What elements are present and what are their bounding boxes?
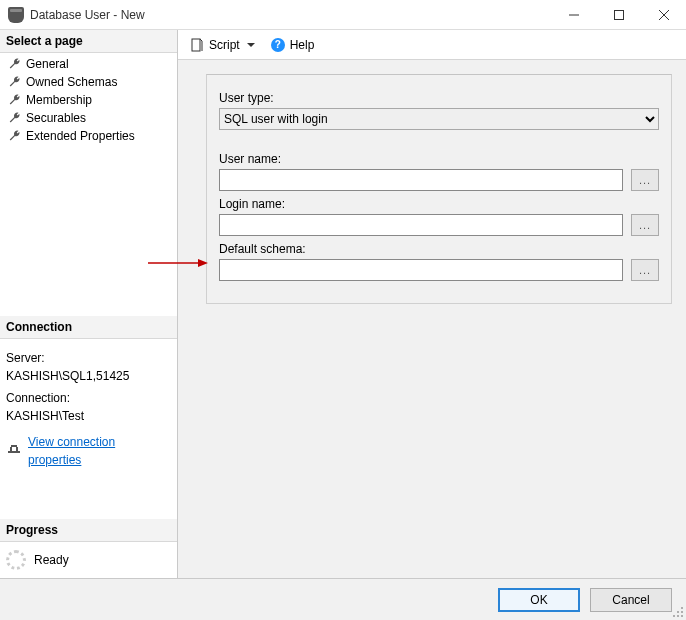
sidebar: Select a page General Owned Schemas Memb… bbox=[0, 30, 178, 578]
sidebar-item-owned-schemas[interactable]: Owned Schemas bbox=[0, 73, 177, 91]
user-name-input[interactable] bbox=[219, 169, 623, 191]
progress-status: Ready bbox=[34, 553, 69, 567]
script-label: Script bbox=[209, 38, 240, 52]
connection-header: Connection bbox=[0, 316, 177, 339]
help-label: Help bbox=[290, 38, 315, 52]
minimize-button[interactable] bbox=[551, 0, 596, 30]
sidebar-item-extended-properties[interactable]: Extended Properties bbox=[0, 127, 177, 145]
script-icon bbox=[190, 38, 204, 52]
help-icon: ? bbox=[271, 38, 285, 52]
svg-point-11 bbox=[677, 615, 679, 617]
connection-value: KASHISH\Test bbox=[6, 407, 171, 425]
form-area: User type: SQL user with login User name… bbox=[206, 74, 672, 304]
sidebar-item-membership[interactable]: Membership bbox=[0, 91, 177, 109]
wrench-icon bbox=[8, 57, 22, 71]
svg-point-12 bbox=[681, 615, 683, 617]
user-name-label: User name: bbox=[219, 152, 659, 166]
cancel-button[interactable]: Cancel bbox=[590, 588, 672, 612]
svg-point-8 bbox=[677, 611, 679, 613]
sidebar-item-general[interactable]: General bbox=[0, 55, 177, 73]
svg-point-9 bbox=[681, 611, 683, 613]
spinner-icon bbox=[6, 550, 26, 570]
wrench-icon bbox=[8, 75, 22, 89]
user-type-label: User type: bbox=[219, 91, 659, 105]
svg-rect-4 bbox=[192, 39, 200, 51]
pages-list: General Owned Schemas Membership Securab… bbox=[0, 53, 177, 151]
sidebar-item-label: Securables bbox=[26, 111, 86, 125]
close-button[interactable] bbox=[641, 0, 686, 30]
script-button[interactable]: Script bbox=[186, 36, 259, 54]
wrench-icon bbox=[8, 93, 22, 107]
svg-rect-1 bbox=[614, 10, 623, 19]
sidebar-item-label: Owned Schemas bbox=[26, 75, 117, 89]
progress-header: Progress bbox=[0, 519, 177, 542]
content-area: Script ? Help User type: SQL user with l… bbox=[178, 30, 686, 578]
help-button[interactable]: ? Help bbox=[267, 36, 319, 54]
content-toolbar: Script ? Help bbox=[178, 30, 686, 60]
default-schema-input[interactable] bbox=[219, 259, 623, 281]
default-schema-browse-button[interactable]: ... bbox=[631, 259, 659, 281]
sidebar-item-label: Membership bbox=[26, 93, 92, 107]
app-icon bbox=[8, 7, 24, 23]
sidebar-item-label: Extended Properties bbox=[26, 129, 135, 143]
login-name-label: Login name: bbox=[219, 197, 659, 211]
server-label: Server: bbox=[6, 349, 171, 367]
wrench-icon bbox=[8, 129, 22, 143]
titlebar: Database User - New bbox=[0, 0, 686, 30]
progress-row: Ready bbox=[0, 542, 177, 578]
window-title: Database User - New bbox=[30, 8, 145, 22]
pages-header: Select a page bbox=[0, 30, 177, 53]
login-name-browse-button[interactable]: ... bbox=[631, 214, 659, 236]
wrench-icon bbox=[8, 111, 22, 125]
svg-point-7 bbox=[681, 607, 683, 609]
chevron-down-icon bbox=[247, 43, 255, 47]
dialog-footer: OK Cancel bbox=[0, 578, 686, 620]
login-name-input[interactable] bbox=[219, 214, 623, 236]
resize-grip[interactable] bbox=[672, 606, 684, 618]
connection-block: Server: KASHISH\SQL1,51425 Connection: K… bbox=[0, 339, 177, 479]
server-value: KASHISH\SQL1,51425 bbox=[6, 367, 171, 385]
maximize-button[interactable] bbox=[596, 0, 641, 30]
view-connection-link[interactable]: View connection properties bbox=[28, 433, 171, 469]
user-type-select[interactable]: SQL user with login bbox=[219, 108, 659, 130]
ok-button[interactable]: OK bbox=[498, 588, 580, 612]
sidebar-item-label: General bbox=[26, 57, 69, 71]
sidebar-item-securables[interactable]: Securables bbox=[0, 109, 177, 127]
connection-label: Connection: bbox=[6, 389, 171, 407]
connection-icon bbox=[6, 441, 22, 462]
default-schema-label: Default schema: bbox=[219, 242, 659, 256]
user-name-browse-button[interactable]: ... bbox=[631, 169, 659, 191]
svg-point-10 bbox=[673, 615, 675, 617]
